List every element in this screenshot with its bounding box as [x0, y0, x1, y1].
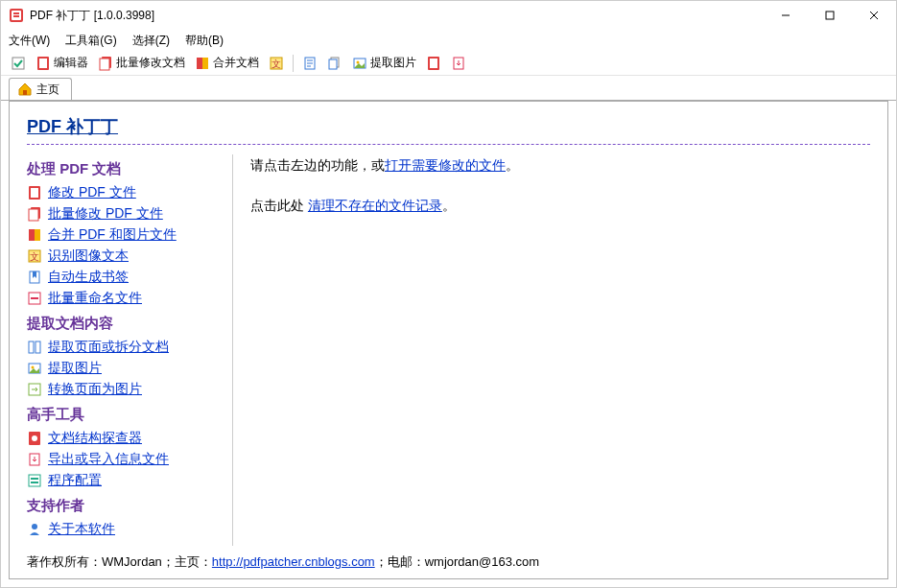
svg-rect-3: [13, 15, 19, 17]
toolbar-checkbox[interactable]: [7, 54, 30, 73]
list-item: 导出或导入信息文件: [27, 449, 223, 470]
link-bookmark[interactable]: 自动生成书签: [48, 269, 129, 286]
instruction-line-1: 请点击左边的功能，或打开需要修改的文件。: [250, 154, 870, 176]
list-item: 提取图片: [27, 358, 223, 379]
svg-rect-27: [31, 188, 38, 198]
image-icon: [352, 56, 367, 71]
text: 请点击左边的功能，或: [250, 157, 385, 173]
export-icon: [451, 56, 466, 71]
convert-icon: [27, 382, 42, 397]
footer-copyright: 著作权所有：WMJordan；主页：: [27, 554, 212, 569]
list-item: 批量修改 PDF 文件: [27, 203, 223, 224]
svg-rect-44: [29, 475, 40, 486]
link-open-file[interactable]: 打开需要修改的文件: [385, 157, 506, 173]
svg-rect-2: [13, 12, 19, 14]
list-item: 修改 PDF 文件: [27, 182, 223, 203]
toolbar-extract-page[interactable]: [298, 54, 321, 73]
section-extract-title: 提取文档内容: [27, 315, 223, 333]
text: 点击此处: [250, 198, 308, 213]
menu-file[interactable]: 文件(W): [9, 33, 50, 49]
settings-icon: [27, 473, 42, 488]
link-rename[interactable]: 批量重命名文件: [48, 290, 142, 307]
link-modify-pdf[interactable]: 修改 PDF 文件: [48, 184, 136, 201]
image-icon: [27, 361, 42, 376]
toolbar-pdf2[interactable]: [422, 54, 445, 73]
titlebar: PDF 补丁丁 [1.0.0.3998]: [1, 1, 896, 30]
svg-rect-8: [12, 58, 24, 69]
toolbar-editor-label: 编辑器: [54, 55, 88, 71]
person-icon: [27, 522, 42, 537]
link-about[interactable]: 关于本软件: [48, 521, 115, 538]
copy-icon: [327, 56, 342, 71]
home-icon: [17, 82, 33, 97]
link-merge[interactable]: 合并 PDF 和图片文件: [48, 226, 177, 244]
menu-toolbox[interactable]: 工具箱(G): [65, 33, 116, 49]
pdf-icon: [27, 185, 42, 200]
link-export-info[interactable]: 导出或导入信息文件: [48, 451, 169, 468]
link-extract-image[interactable]: 提取图片: [48, 360, 102, 377]
footer-email-label: ；电邮：: [375, 554, 425, 569]
ocr-icon: 文: [269, 56, 284, 71]
rename-icon: [27, 291, 42, 306]
svg-rect-13: [197, 58, 202, 69]
link-split[interactable]: 提取页面或拆分文档: [48, 339, 169, 356]
split-icon: [27, 340, 42, 355]
toolbar-batch-label: 批量修改文档: [116, 55, 185, 71]
tab-home[interactable]: 主页: [9, 78, 72, 101]
ocr-icon: 文: [27, 248, 42, 264]
svg-rect-19: [329, 59, 337, 69]
toolbar-separator: [293, 55, 294, 72]
svg-rect-5: [826, 12, 834, 19]
app-icon: [9, 8, 24, 23]
toolbar: 编辑器 批量修改文档 合并文档 文 提取图片: [1, 51, 896, 76]
toolbar-merge-label: 合并文档: [213, 55, 259, 71]
menu-help[interactable]: 帮助(B): [185, 33, 224, 49]
maximize-button[interactable]: [808, 1, 852, 30]
text: 。: [442, 198, 456, 213]
pdf-icon: [35, 56, 51, 71]
svg-point-42: [32, 435, 37, 441]
svg-text:文: 文: [271, 59, 281, 69]
menu-select[interactable]: 选择(Z): [132, 33, 170, 49]
content-panel: PDF 补丁丁 处理 PDF 文档 修改 PDF 文件 批量修改 PDF 文件 …: [9, 101, 888, 579]
merge-icon: [195, 56, 210, 71]
inspect-icon: [27, 431, 42, 446]
instruction-line-2: 点击此处 清理不存在的文件记录。: [250, 195, 870, 216]
toolbar-ocr[interactable]: 文: [265, 54, 288, 73]
section-process-title: 处理 PDF 文档: [27, 160, 223, 178]
section-support-title: 支持作者: [27, 497, 223, 515]
bookmark-icon: [27, 270, 42, 285]
toolbar-merge[interactable]: 合并文档: [191, 53, 263, 73]
footer-email: wmjordan@163.com: [425, 554, 539, 569]
list-item: 合并 PDF 和图片文件: [27, 224, 223, 246]
list-item: 文档结构探查器: [27, 428, 223, 449]
svg-rect-10: [39, 59, 47, 68]
toolbar-export[interactable]: [447, 54, 470, 73]
link-batch-modify[interactable]: 批量修改 PDF 文件: [48, 205, 163, 223]
section-process-list: 修改 PDF 文件 批量修改 PDF 文件 合并 PDF 和图片文件 文识别图像…: [27, 182, 223, 309]
svg-text:文: 文: [30, 251, 39, 262]
toolbar-extract-image[interactable]: 提取图片: [348, 53, 420, 73]
toolbar-copy[interactable]: [323, 54, 346, 73]
sidebar: 处理 PDF 文档 修改 PDF 文件 批量修改 PDF 文件 合并 PDF 和…: [27, 154, 233, 546]
list-item: 文识别图像文本: [27, 246, 223, 267]
toolbar-editor[interactable]: 编辑器: [32, 53, 92, 73]
pdf-red-icon: [426, 56, 441, 71]
list-item: 自动生成书签: [27, 267, 223, 288]
minimize-button[interactable]: [764, 1, 808, 30]
link-settings[interactable]: 程序配置: [48, 472, 102, 489]
link-ocr[interactable]: 识别图像文本: [48, 247, 129, 265]
footer: 著作权所有：WMJordan；主页：http://pdfpatcher.cnbl…: [27, 553, 870, 571]
tabstrip: 主页: [1, 76, 896, 101]
toolbar-batch-modify[interactable]: 批量修改文档: [94, 53, 189, 73]
svg-point-47: [32, 524, 37, 529]
link-inspector[interactable]: 文档结构探查器: [48, 430, 142, 447]
svg-rect-25: [23, 90, 27, 95]
link-clean-records[interactable]: 清理不存在的文件记录: [308, 198, 442, 213]
footer-homepage-link[interactable]: http://pdfpatcher.cnblogs.com: [212, 554, 375, 569]
link-convert-image[interactable]: 转换页面为图片: [48, 381, 142, 398]
close-button[interactable]: [852, 1, 896, 30]
main-area: 请点击左边的功能，或打开需要修改的文件。 点击此处 清理不存在的文件记录。: [233, 154, 870, 546]
page-title: PDF 补丁丁: [27, 115, 870, 138]
pdf-stack-icon: [98, 56, 113, 71]
